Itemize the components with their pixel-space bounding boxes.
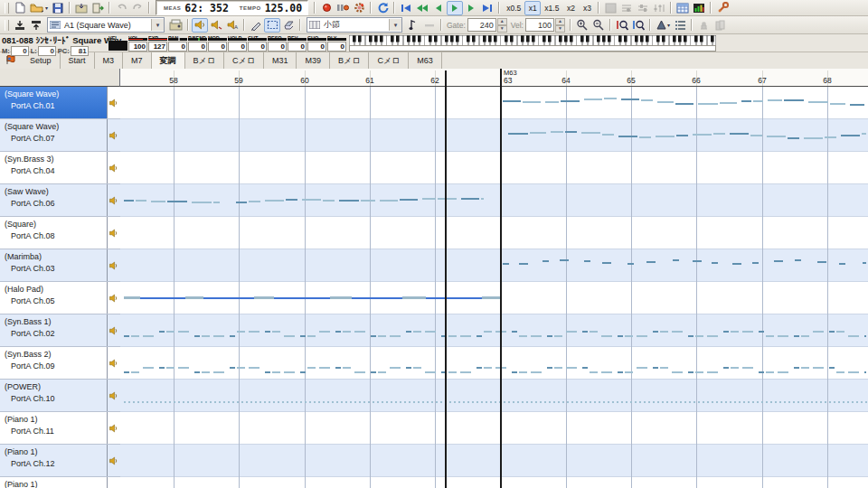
track-name-cell[interactable]: (Saw Wave)PortA Ch.06 [0,184,108,216]
step-forward-icon[interactable] [463,1,479,15]
speaker-rhythm-icon[interactable] [208,18,224,33]
track-row[interactable]: (Halo Pad)PortA Ch.05 [0,282,120,314]
track-name-cell[interactable]: (Square Wave)PortA Ch.07 [0,119,108,151]
track-lane[interactable] [120,347,868,380]
speaker-icon[interactable] [109,326,118,335]
zoom-in-icon[interactable] [574,18,590,33]
track-list-icon[interactable] [672,18,688,33]
import-icon[interactable] [73,1,90,15]
stamp-icon[interactable] [695,18,712,33]
note-grid[interactable] [120,87,868,488]
open-folder-icon[interactable]: ▾ [28,1,50,15]
speaker-current-icon[interactable] [192,18,208,33]
toolbar-grip-2[interactable] [5,20,9,31]
track-row[interactable]: (Square Wave)PortA Ch.01 [0,87,120,119]
speed-button-x1.5[interactable]: x1.5 [541,1,562,15]
track-row[interactable]: (Saw Wave)PortA Ch.06 [0,184,120,217]
track-row[interactable]: (Piano 1) [0,477,120,488]
marker-tab-11[interactable]: M63 [409,52,442,69]
skip-end-icon[interactable] [479,1,495,15]
step-back-icon[interactable] [430,1,447,15]
track-row[interactable]: (Marimba)PortA Ch.03 [0,249,120,282]
speaker-icon[interactable] [109,229,118,238]
track-row[interactable]: (Piano 1)PortA Ch.12 [0,445,120,477]
speaker-icon[interactable] [109,99,118,108]
track-name-cell[interactable]: (Syn.Bass 2)PortA Ch.09 [0,347,108,379]
eraser-icon[interactable] [280,18,297,33]
skip-start-icon[interactable] [398,1,414,15]
vel-input[interactable]: 100 [525,18,554,32]
loop-icon[interactable] [374,1,391,15]
track-lane[interactable] [120,152,868,184]
track-name-cell[interactable]: (Syn.Brass 3)PortA Ch.04 [0,152,108,183]
track-lane[interactable] [120,314,868,347]
track-lane[interactable] [120,380,868,412]
measure-ruler[interactable]: 5859606162636465666768M63 [0,69,868,87]
track-name-cell[interactable]: (Piano 1) [0,477,108,488]
meter-bar[interactable] [188,38,207,41]
piano-keyboard-icon[interactable] [349,35,716,45]
speaker-icon[interactable] [109,359,118,368]
note-range-bar[interactable] [349,45,716,52]
track-lane[interactable] [120,217,868,249]
speaker-all-icon[interactable]: A [224,18,241,33]
save-icon[interactable] [50,1,66,15]
speaker-icon[interactable] [109,391,118,400]
tie-icon[interactable] [421,18,438,33]
meter-bar[interactable] [268,38,287,41]
meter-bar[interactable] [288,38,307,41]
meter-bar[interactable] [307,38,326,41]
marker-tab-8[interactable]: M39 [297,52,330,69]
speaker-icon[interactable] [109,196,118,205]
track-row[interactable]: (Square Wave)PortA Ch.07 [0,119,120,152]
exit-icon[interactable] [90,1,106,15]
meter-bar[interactable] [228,38,247,41]
speaker-icon[interactable] [109,131,118,140]
wrench-icon[interactable] [714,1,731,15]
track-name-cell[interactable]: (Square)PortA Ch.08 [0,217,108,249]
note-length-icon[interactable] [405,18,421,33]
track-row[interactable]: (POWER)PortA Ch.10 [0,380,120,412]
score-view-icon[interactable] [618,1,635,15]
gear-icon[interactable] [351,1,367,15]
instrument-list-icon[interactable] [167,18,184,33]
play-icon[interactable] [447,1,463,15]
speed-button-x0.5[interactable]: x0.5 [503,1,524,15]
track-row[interactable]: (Piano 1)PortA Ch.11 [0,412,120,445]
redo-icon[interactable] [129,1,146,15]
speed-button-x3[interactable]: x3 [579,1,595,15]
marker-63-line[interactable] [500,69,502,488]
track-lane[interactable] [120,249,868,282]
marker-tab-6[interactable]: Cメロ [224,52,264,69]
track-lane[interactable] [120,445,868,477]
track-lane[interactable] [120,184,868,217]
mixer-view-icon[interactable] [651,1,667,15]
pause-icon[interactable] [335,1,351,15]
meter-bar[interactable] [128,38,147,41]
select-rect-icon[interactable] [264,18,280,33]
library-icon[interactable] [712,18,728,33]
track-name-cell[interactable]: (Piano 1)PortA Ch.12 [0,445,108,476]
record-icon[interactable] [318,1,335,15]
pencil-icon[interactable] [248,18,264,33]
gate-steppers[interactable]: ▲▼ [497,18,507,33]
level-meter-icon[interactable] [691,1,707,15]
punch-in-icon[interactable] [12,18,28,33]
velocity-cone-icon[interactable]: ▾ [654,18,672,33]
track-name-cell[interactable]: (POWER)PortA Ch.10 [0,380,108,411]
marker-tab-10[interactable]: Cメロ [369,52,409,69]
gate-input[interactable]: 240 [467,18,496,32]
speaker-icon[interactable] [109,261,118,270]
grid-selector[interactable]: 小節 ▾ [307,17,402,33]
track-lane[interactable] [120,412,868,445]
zoom-time-out-icon[interactable] [630,18,646,33]
speaker-icon[interactable] [109,164,118,173]
zoom-time-in-icon[interactable] [614,18,630,33]
track-name-cell[interactable]: (Square Wave)PortA Ch.01 [0,87,108,118]
speaker-icon[interactable] [109,424,118,433]
drum-view-icon[interactable] [635,1,651,15]
speed-button-x1[interactable]: x1 [524,1,541,15]
speed-button-x2[interactable]: x2 [562,1,579,15]
vel-steppers[interactable]: ▲▼ [555,18,565,33]
meter-bar[interactable] [327,38,346,41]
